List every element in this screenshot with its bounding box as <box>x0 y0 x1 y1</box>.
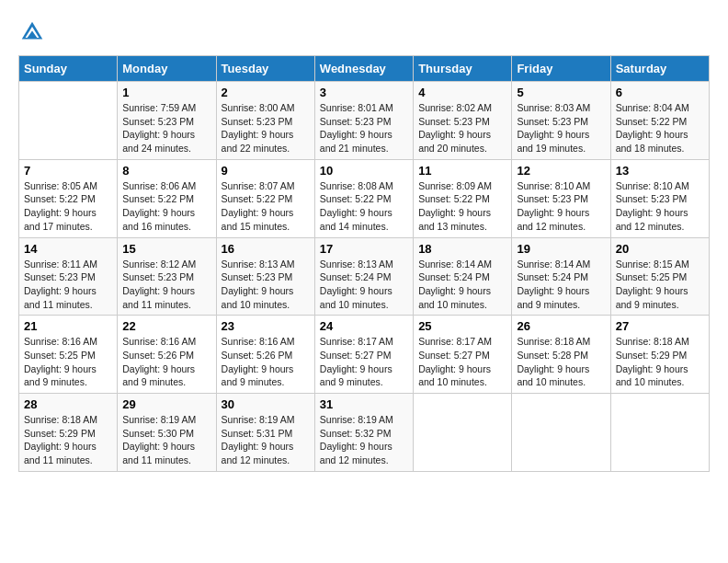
day-number: 1 <box>122 86 210 99</box>
column-header-monday: Monday <box>118 56 216 82</box>
logo-icon <box>18 18 46 46</box>
day-number: 2 <box>222 86 310 99</box>
calendar-cell: 13Sunrise: 8:10 AM Sunset: 5:23 PM Dayli… <box>610 159 709 237</box>
day-number: 25 <box>418 319 506 333</box>
calendar-table: SundayMondayTuesdayWednesdayThursdayFrid… <box>18 55 710 472</box>
day-number: 20 <box>616 242 704 256</box>
calendar-cell: 2Sunrise: 8:00 AM Sunset: 5:23 PM Daylig… <box>216 82 314 160</box>
column-header-tuesday: Tuesday <box>216 56 314 82</box>
day-number: 29 <box>122 397 210 411</box>
day-number: 22 <box>122 319 210 333</box>
day-number: 27 <box>616 319 704 333</box>
calendar-header: SundayMondayTuesdayWednesdayThursdayFrid… <box>19 56 710 82</box>
calendar-cell: 26Sunrise: 8:18 AM Sunset: 5:28 PM Dayli… <box>512 316 610 394</box>
column-header-friday: Friday <box>512 56 610 82</box>
day-info: Sunrise: 8:06 AM Sunset: 5:22 PM Dayligh… <box>122 179 210 234</box>
calendar-cell: 30Sunrise: 8:19 AM Sunset: 5:31 PM Dayli… <box>216 394 314 472</box>
day-info: Sunrise: 8:10 AM Sunset: 5:23 PM Dayligh… <box>517 179 605 234</box>
column-header-wednesday: Wednesday <box>314 56 413 82</box>
calendar-cell: 3Sunrise: 8:01 AM Sunset: 5:23 PM Daylig… <box>314 82 413 160</box>
calendar-cell: 31Sunrise: 8:19 AM Sunset: 5:32 PM Dayli… <box>314 394 413 472</box>
day-info: Sunrise: 7:59 AM Sunset: 5:23 PM Dayligh… <box>122 101 210 155</box>
day-number: 15 <box>122 242 210 256</box>
week-row-4: 21Sunrise: 8:16 AM Sunset: 5:25 PM Dayli… <box>19 316 710 394</box>
day-info: Sunrise: 8:08 AM Sunset: 5:22 PM Dayligh… <box>320 179 408 234</box>
calendar-cell: 23Sunrise: 8:16 AM Sunset: 5:26 PM Dayli… <box>216 316 314 394</box>
calendar-cell: 17Sunrise: 8:13 AM Sunset: 5:24 PM Dayli… <box>314 237 413 316</box>
calendar-cell: 16Sunrise: 8:13 AM Sunset: 5:23 PM Dayli… <box>216 237 314 316</box>
day-info: Sunrise: 8:09 AM Sunset: 5:22 PM Dayligh… <box>418 179 506 234</box>
day-number: 8 <box>122 164 210 178</box>
calendar-cell: 8Sunrise: 8:06 AM Sunset: 5:22 PM Daylig… <box>118 159 216 237</box>
day-info: Sunrise: 8:13 AM Sunset: 5:24 PM Dayligh… <box>320 258 408 312</box>
day-number: 12 <box>517 164 605 178</box>
day-info: Sunrise: 8:16 AM Sunset: 5:26 PM Dayligh… <box>122 335 210 389</box>
day-info: Sunrise: 8:10 AM Sunset: 5:23 PM Dayligh… <box>616 179 704 234</box>
calendar-cell: 21Sunrise: 8:16 AM Sunset: 5:25 PM Dayli… <box>19 316 118 394</box>
calendar-cell: 20Sunrise: 8:15 AM Sunset: 5:25 PM Dayli… <box>610 237 709 316</box>
day-info: Sunrise: 8:19 AM Sunset: 5:32 PM Dayligh… <box>320 413 408 467</box>
calendar-cell: 28Sunrise: 8:18 AM Sunset: 5:29 PM Dayli… <box>19 394 118 472</box>
day-info: Sunrise: 8:14 AM Sunset: 5:24 PM Dayligh… <box>517 258 605 312</box>
day-number: 5 <box>517 86 605 99</box>
day-number: 31 <box>320 397 408 411</box>
day-number: 17 <box>320 242 408 256</box>
calendar-cell: 27Sunrise: 8:18 AM Sunset: 5:29 PM Dayli… <box>610 316 709 394</box>
day-number: 23 <box>222 319 310 333</box>
day-info: Sunrise: 8:18 AM Sunset: 5:29 PM Dayligh… <box>616 335 704 389</box>
calendar-cell: 19Sunrise: 8:14 AM Sunset: 5:24 PM Dayli… <box>512 237 610 316</box>
calendar-cell <box>610 394 709 472</box>
week-row-5: 28Sunrise: 8:18 AM Sunset: 5:29 PM Dayli… <box>19 394 710 472</box>
day-number: 6 <box>616 86 704 99</box>
column-header-saturday: Saturday <box>610 56 709 82</box>
day-number: 26 <box>517 319 605 333</box>
day-number: 30 <box>222 397 310 411</box>
calendar-cell: 11Sunrise: 8:09 AM Sunset: 5:22 PM Dayli… <box>414 159 512 237</box>
day-info: Sunrise: 8:13 AM Sunset: 5:23 PM Dayligh… <box>222 258 310 312</box>
day-number: 11 <box>418 164 506 178</box>
day-info: Sunrise: 8:07 AM Sunset: 5:22 PM Dayligh… <box>222 179 310 234</box>
calendar-cell: 22Sunrise: 8:16 AM Sunset: 5:26 PM Dayli… <box>118 316 216 394</box>
day-info: Sunrise: 8:05 AM Sunset: 5:22 PM Dayligh… <box>24 179 112 234</box>
day-number: 24 <box>320 319 408 333</box>
day-number: 28 <box>24 397 112 411</box>
calendar-cell: 4Sunrise: 8:02 AM Sunset: 5:23 PM Daylig… <box>414 82 512 160</box>
day-info: Sunrise: 8:01 AM Sunset: 5:23 PM Dayligh… <box>320 101 408 155</box>
day-info: Sunrise: 8:17 AM Sunset: 5:27 PM Dayligh… <box>418 335 506 389</box>
week-row-1: 1Sunrise: 7:59 AM Sunset: 5:23 PM Daylig… <box>19 82 710 160</box>
calendar-cell: 15Sunrise: 8:12 AM Sunset: 5:23 PM Dayli… <box>118 237 216 316</box>
day-number: 3 <box>320 86 408 99</box>
week-row-3: 14Sunrise: 8:11 AM Sunset: 5:23 PM Dayli… <box>19 237 710 316</box>
calendar-cell: 25Sunrise: 8:17 AM Sunset: 5:27 PM Dayli… <box>414 316 512 394</box>
day-info: Sunrise: 8:12 AM Sunset: 5:23 PM Dayligh… <box>122 258 210 312</box>
week-row-2: 7Sunrise: 8:05 AM Sunset: 5:22 PM Daylig… <box>19 159 710 237</box>
day-info: Sunrise: 8:16 AM Sunset: 5:26 PM Dayligh… <box>222 335 310 389</box>
calendar-cell: 7Sunrise: 8:05 AM Sunset: 5:22 PM Daylig… <box>19 159 118 237</box>
day-info: Sunrise: 8:19 AM Sunset: 5:31 PM Dayligh… <box>222 413 310 467</box>
day-number: 19 <box>517 242 605 256</box>
calendar-cell: 12Sunrise: 8:10 AM Sunset: 5:23 PM Dayli… <box>512 159 610 237</box>
calendar-cell: 9Sunrise: 8:07 AM Sunset: 5:22 PM Daylig… <box>216 159 314 237</box>
column-header-sunday: Sunday <box>19 56 118 82</box>
day-info: Sunrise: 8:00 AM Sunset: 5:23 PM Dayligh… <box>222 101 310 155</box>
day-number: 10 <box>320 164 408 178</box>
day-info: Sunrise: 8:11 AM Sunset: 5:23 PM Dayligh… <box>24 258 112 312</box>
column-header-thursday: Thursday <box>414 56 512 82</box>
calendar-cell: 1Sunrise: 7:59 AM Sunset: 5:23 PM Daylig… <box>118 82 216 160</box>
day-number: 16 <box>222 242 310 256</box>
logo <box>18 18 50 46</box>
day-number: 13 <box>616 164 704 178</box>
calendar-cell: 10Sunrise: 8:08 AM Sunset: 5:22 PM Dayli… <box>314 159 413 237</box>
day-number: 18 <box>418 242 506 256</box>
calendar-cell: 24Sunrise: 8:17 AM Sunset: 5:27 PM Dayli… <box>314 316 413 394</box>
header <box>18 18 710 46</box>
day-info: Sunrise: 8:14 AM Sunset: 5:24 PM Dayligh… <box>418 258 506 312</box>
calendar-body: 1Sunrise: 7:59 AM Sunset: 5:23 PM Daylig… <box>19 82 710 472</box>
day-info: Sunrise: 8:16 AM Sunset: 5:25 PM Dayligh… <box>24 335 112 389</box>
day-info: Sunrise: 8:02 AM Sunset: 5:23 PM Dayligh… <box>418 101 506 155</box>
day-number: 7 <box>24 164 112 178</box>
calendar-cell: 6Sunrise: 8:04 AM Sunset: 5:22 PM Daylig… <box>610 82 709 160</box>
day-info: Sunrise: 8:03 AM Sunset: 5:23 PM Dayligh… <box>517 101 605 155</box>
day-number: 14 <box>24 242 112 256</box>
calendar-cell: 18Sunrise: 8:14 AM Sunset: 5:24 PM Dayli… <box>414 237 512 316</box>
